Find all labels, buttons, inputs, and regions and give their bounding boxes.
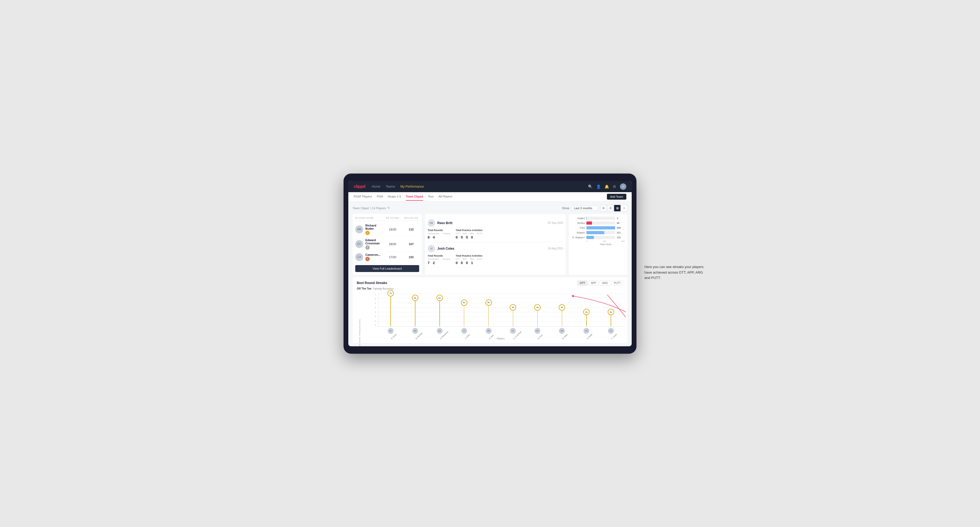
filter-app-button[interactable]: APP: [589, 281, 599, 286]
player-card: JC Josh Coles 26 Aug 2023 Total Rounds T…: [428, 242, 563, 268]
y-tick: 1: [357, 320, 378, 322]
sub-nav-pga[interactable]: PGA: [377, 193, 383, 201]
player-avatar: DB: [437, 328, 442, 334]
putt-value: 0: [471, 235, 473, 239]
pb-score: 17/20: [382, 256, 403, 259]
settings-icon[interactable]: ⚙: [613, 184, 616, 189]
y-tick: 6: [357, 298, 378, 300]
list-view-button[interactable]: ☰: [607, 205, 614, 211]
bar-row: Pars 499: [571, 226, 625, 229]
player-name: Cameron...: [365, 253, 380, 256]
notifications-icon[interactable]: 🔔: [605, 184, 609, 189]
y-tick: 4: [357, 306, 378, 309]
leaderboard-row[interactable]: EC Edward Crossman 2 18/20 107: [355, 237, 419, 252]
app-value: 0: [461, 261, 463, 265]
period-select[interactable]: Last 3 months: [571, 206, 598, 211]
streak-line: [488, 303, 489, 326]
player-name: Edward Crossman: [365, 238, 382, 245]
bar-label: Eagles: [571, 217, 585, 220]
practice-activities-block: Total Practice Activities OTTAPPARGPUTT …: [456, 229, 482, 239]
view-full-leaderboard-button[interactable]: View Full Leaderboard: [355, 265, 419, 272]
streaks-chart: Best Streak, Fairway Accuracy 7 6 5 4 3 …: [357, 293, 623, 340]
nav-home[interactable]: Home: [372, 185, 380, 189]
nav-my-performance[interactable]: My Performance: [400, 185, 424, 189]
rounds-stats: 8 4: [428, 235, 450, 239]
bar-fill: [586, 236, 594, 239]
bar-row: Bogeys 311: [571, 231, 625, 234]
filter-ott-button[interactable]: OTT: [578, 281, 587, 286]
show-label: Show: [562, 206, 570, 210]
add-team-button[interactable]: Add Team: [607, 194, 626, 200]
streaks-filter: OTT APP ARG PUTT: [578, 281, 623, 286]
streaks-subtitle: Off The Tee, Fairway Accuracy: [357, 287, 623, 290]
app-logo: clippd: [354, 184, 365, 189]
streak-badge: 6x: [412, 295, 418, 301]
users-icon[interactable]: 👤: [596, 184, 601, 189]
filter-putt-button[interactable]: PUTT: [611, 281, 623, 286]
sub-nav-tour[interactable]: Tour: [428, 193, 434, 201]
streak-badge: 7x: [387, 290, 394, 297]
player-card-header: JC Josh Coles 26 Aug 2023: [428, 245, 563, 252]
bar-label: Pars: [571, 227, 585, 229]
stats-wrapper: Total Rounds TournamentPractice 7: [428, 254, 563, 265]
player-card-name: Josh Coles: [437, 247, 546, 251]
chart-area: 7xEEE. Ewert6xBMB. McHarg6xDBD. Billingh…: [378, 293, 623, 327]
bar-fill: [586, 217, 587, 220]
streaks-title: Best Round Streaks: [357, 281, 387, 285]
app-value: 0: [461, 235, 463, 239]
team-title: Team Clippd | 14 Players ✎: [353, 206, 390, 210]
grid-view-button[interactable]: ⊞: [600, 205, 607, 211]
tournament-value: 8: [428, 235, 430, 239]
nav-teams[interactable]: Teams: [386, 185, 395, 189]
sub-nav-hcaps[interactable]: Hcaps 1-5: [388, 193, 401, 201]
streak-col: 5xJCJ. Coles: [452, 293, 476, 326]
pb-avg: 103: [403, 256, 419, 259]
leaderboard-row[interactable]: RB Richard Butler 1 19/20 110: [355, 222, 419, 237]
ott-value: 0: [456, 235, 458, 239]
y-tick: 3: [357, 311, 378, 313]
streak-badge: 4x: [534, 304, 541, 311]
card-view-button[interactable]: ▦: [614, 205, 620, 211]
search-icon[interactable]: 🔍: [588, 184, 593, 189]
arg-value: 0: [466, 235, 468, 239]
player-avatar: EC: [355, 240, 363, 248]
practice-activities-label: Total Practice Activities: [456, 254, 482, 257]
sub-nav-items: PGAT Players PGA Hcaps 1-5 Team Clippd T…: [354, 193, 452, 201]
rank-badge-silver: 2: [365, 245, 370, 250]
streak-badge: 5x: [461, 300, 467, 306]
bar-value: 131: [617, 236, 625, 239]
streak-col: 4xBFB. Ford: [525, 293, 550, 326]
player-avatar: CA: [355, 253, 363, 261]
player-avatar: MM: [559, 328, 565, 334]
practice-stats: 0 0 0 1: [456, 261, 482, 265]
annotation: Here you can see streaks your players ha…: [644, 264, 706, 281]
sub-nav-all-players[interactable]: All Players: [439, 193, 452, 201]
streaks-subtitle-text: Fairway Accuracy: [373, 287, 394, 290]
practice-stats: 0 0 0 0: [456, 235, 482, 239]
pb-avg: 107: [403, 243, 419, 246]
player-avatar: RB: [584, 328, 589, 334]
streak-col: 4xMMM. Miller: [550, 293, 574, 326]
player-info: RB Richard Butler 1: [355, 224, 382, 235]
streak-badge: 3x: [583, 309, 590, 315]
table-view-button[interactable]: ≡: [621, 205, 627, 211]
edit-icon[interactable]: ✎: [387, 206, 390, 210]
player-avatar: BF: [535, 328, 540, 334]
bar-track: [586, 217, 615, 220]
player-info: EC Edward Crossman 2: [355, 238, 382, 250]
arg-value: 0: [466, 261, 468, 265]
player-card-avatar: JC: [428, 245, 435, 252]
pb-avg: 110: [403, 228, 419, 231]
leaderboard-panel: PLAYER NAME PB SCORE PB AVG SQ RB Richar…: [353, 214, 422, 275]
user-avatar[interactable]: U: [620, 183, 626, 190]
streak-line: [464, 303, 465, 326]
practice-stat: 4: [433, 235, 434, 239]
bar-fill: [586, 221, 592, 225]
player-avatar: BM: [412, 328, 418, 334]
leaderboard-row[interactable]: CA Cameron... 3 17/20 103: [355, 252, 419, 263]
sub-nav-pgat[interactable]: PGAT Players: [354, 193, 372, 201]
bar-value: 311: [617, 231, 625, 234]
sub-nav-team-clippd[interactable]: Team Clippd: [406, 193, 423, 201]
filter-arg-button[interactable]: ARG: [600, 281, 610, 286]
streak-badge: 6x: [436, 295, 443, 301]
